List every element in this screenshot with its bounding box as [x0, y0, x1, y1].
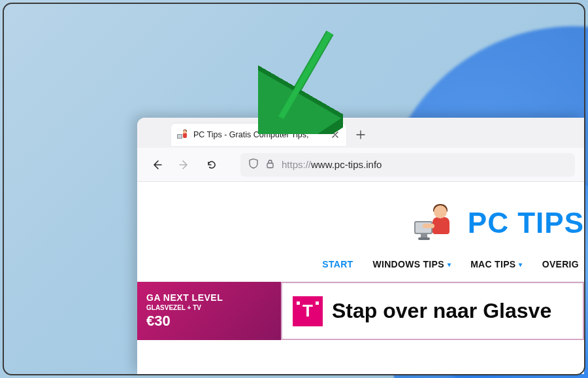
toolbar: https://www.pc-tips.info [137, 148, 584, 182]
ad-right[interactable]: T Stap over naar Glasve [281, 282, 584, 340]
nav-link-mac-tips[interactable]: MAC TIPS▾ [470, 259, 523, 269]
site-header: PC TIPS [137, 182, 584, 247]
address-url: https://www.pc-tips.info [282, 159, 382, 170]
chevron-down-icon: ▾ [519, 261, 522, 268]
site-nav: START WINDOWS TIPS▾ MAC TIPS▾ OVERIG [137, 247, 584, 281]
forward-button[interactable] [174, 154, 195, 175]
svg-rect-3 [267, 163, 273, 167]
back-button[interactable] [146, 154, 167, 175]
url-protocol: https:// [282, 159, 311, 170]
site-title: PC TIPS [468, 207, 584, 239]
reload-icon [206, 159, 218, 171]
tab-strip: PC Tips - Gratis Computer Tips, [137, 118, 584, 148]
nav-link-overig[interactable]: OVERIG [542, 259, 579, 269]
close-icon [332, 131, 338, 138]
browser-window: PC Tips - Gratis Computer Tips, [137, 118, 584, 374]
reload-button[interactable] [201, 154, 222, 175]
site-logo[interactable] [418, 204, 456, 242]
ad-left[interactable]: GA NEXT LEVEL GLASVEZEL + TV €30 [137, 282, 281, 340]
ad-banner-row: GA NEXT LEVEL GLASVEZEL + TV €30 T Stap … [137, 281, 584, 340]
arrow-right-icon [178, 159, 190, 171]
page-content: PC TIPS START WINDOWS TIPS▾ MAC TIPS▾ OV… [137, 182, 584, 374]
nav-link-start[interactable]: START [322, 259, 353, 269]
arrow-left-icon [151, 159, 163, 171]
shield-icon [248, 158, 259, 171]
tab-favicon [178, 129, 188, 140]
plus-icon [356, 130, 365, 139]
ad-left-line1: GA NEXT LEVEL [146, 292, 272, 303]
address-bar[interactable]: https://www.pc-tips.info [240, 153, 575, 177]
ad-left-line2: GLASVEZEL + TV [146, 304, 272, 311]
tab-title: PC Tips - Gratis Computer Tips, [193, 130, 324, 139]
ad-right-text: Stap over naar Glasve [332, 299, 551, 323]
tab-close-button[interactable] [329, 129, 341, 141]
tmobile-logo: T [293, 296, 323, 326]
browser-tab[interactable]: PC Tips - Gratis Computer Tips, [171, 124, 346, 146]
url-host: www.pc-tips.info [311, 159, 382, 170]
chevron-down-icon: ▾ [448, 261, 451, 268]
new-tab-button[interactable] [351, 126, 370, 144]
lock-icon [265, 159, 275, 171]
nav-link-windows-tips[interactable]: WINDOWS TIPS▾ [372, 259, 451, 269]
ad-left-price: €30 [146, 313, 272, 330]
